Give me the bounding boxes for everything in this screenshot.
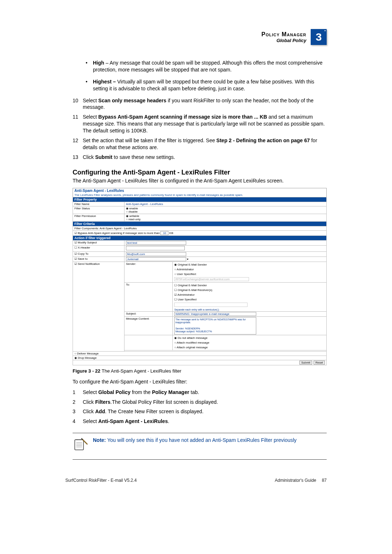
ss-status-disable-radio[interactable]: ○ — [126, 210, 128, 213]
footer-product: SurfControl RiskFilter - E-mail V5.2.4 — [65, 478, 137, 483]
ss-sender-user-input[interactable]: RF5ForExchange@server.surfcontrol.com — [174, 277, 249, 281]
header-title: Policy Manager — [261, 31, 306, 38]
figure-caption: Figure 3 - 22 The Anti-Spam Agent - Lexi… — [73, 368, 327, 374]
config-step-2: 2 Click Filters.The Global Policy Filter… — [73, 399, 327, 406]
steps-continued: 10 Select Scan only message headers if y… — [73, 97, 327, 161]
chapter-number: 3 — [316, 31, 322, 43]
ss-filter-name-input[interactable]: Anti-Spam Agent - LexiRules — [126, 202, 163, 206]
config-step-4: 4 Select Anti-Spam Agent - LexiRules. — [73, 418, 327, 425]
svg-point-2 — [77, 439, 78, 440]
config-intro: To configure the Anti-Spam Agent - LexiR… — [73, 379, 327, 385]
ss-sender-label: Sender: — [124, 262, 172, 282]
note-block: Note: You will only see this if you have… — [73, 433, 327, 460]
ss-perm-writable-radio[interactable]: ◉ — [126, 214, 129, 218]
ss-saveto-select[interactable]: Junkmail — [126, 257, 186, 261]
ss-subject-label: Subject: — [124, 311, 172, 316]
ss-sender-admin-radio[interactable]: ○ — [174, 268, 177, 271]
config-step-3: 3 Click Add. The Create New Filter scree… — [73, 408, 327, 415]
bullet-high: High – Any message that could be spam wi… — [86, 59, 327, 73]
step-number: 13 — [73, 154, 83, 161]
bullet-highest: Highest – Virtually all spam will be sto… — [86, 78, 327, 92]
notepad-icon — [73, 437, 88, 452]
svg-point-3 — [79, 439, 79, 440]
ss-section-property: Filter Property — [73, 197, 327, 202]
bullet-text: – Any message that could be spam will be… — [93, 60, 322, 73]
ss-filter-status-label: Filter Status — [73, 206, 124, 214]
footer-guide: Administrator's Guide — [275, 478, 316, 483]
ss-bypass-checkbox[interactable]: ☑ — [74, 231, 78, 235]
ss-bypass-value-input[interactable]: 10 — [160, 231, 168, 235]
ss-desc: The LexiRules Filter analyses words, phr… — [73, 193, 327, 197]
ss-xheader-checkbox[interactable]: ☐ — [74, 246, 78, 249]
ss-title: Anti-Spam Agent - LexiRules — [73, 188, 327, 193]
ss-separate-note: Separate each entry with a semicolon(;) — [174, 308, 325, 311]
step-11: 11 Select Bypass Anti-Spam Agent scannin… — [73, 114, 327, 134]
ss-filter-name-label: Filter Name — [73, 202, 124, 206]
ss-copyto-checkbox[interactable]: ☑ — [74, 252, 78, 255]
ss-section-criteria: Filter Criteria — [73, 221, 327, 226]
header-subtitle: Global Policy — [261, 38, 306, 43]
ss-xheader-input[interactable] — [126, 246, 185, 250]
ss-filter-perm-label: Filter Permission — [73, 214, 124, 221]
step-12: 12 Set the action that will be taken if … — [73, 137, 327, 151]
chapter-badge: 3 — [311, 29, 327, 45]
step-number: 10 — [73, 97, 83, 104]
ss-copyto-input[interactable]: Mo@soft.com — [126, 252, 186, 256]
ss-send-notif-checkbox[interactable]: ☑ — [74, 262, 78, 266]
ss-modify-subject-input[interactable]: text:test — [126, 241, 186, 245]
note-label: Note: — [93, 437, 106, 443]
page-header: Policy Manager Global Policy 3 — [65, 29, 327, 45]
ss-criteria-components: Filter Components: Anti-Spam Agent - Lex… — [73, 226, 327, 230]
ss-status-enable-radio[interactable]: ◉ — [126, 207, 129, 210]
ss-msgcontent-label: Message Content: — [124, 316, 172, 335]
ss-to-user-input[interactable] — [174, 303, 248, 307]
svg-point-4 — [80, 439, 81, 440]
ss-modify-subject-checkbox[interactable]: ☑ — [74, 241, 78, 244]
step-number: 11 — [73, 114, 83, 120]
ss-to-label: To: — [124, 282, 172, 311]
svg-point-1 — [76, 439, 77, 440]
config-step-1: 1 Select Global Policy from the Policy M… — [73, 389, 327, 396]
step-10: 10 Select Scan only message headers if y… — [73, 97, 327, 111]
step-number: 12 — [73, 137, 83, 144]
bullet-lead: Highest – — [93, 79, 116, 85]
bullet-lead: High — [93, 60, 104, 66]
ss-saveto-checkbox[interactable]: ☑ — [74, 257, 78, 260]
svg-rect-0 — [75, 440, 83, 450]
ss-attach-modified-radio[interactable]: ○ — [174, 341, 177, 344]
bullet-list: High – Any message that could be spam wi… — [86, 59, 327, 92]
footer-page: 87 — [322, 478, 327, 483]
ss-perm-readonly-radio[interactable]: ○ — [126, 218, 128, 221]
ss-to-admin-checkbox[interactable]: ☑ — [174, 293, 177, 296]
config-steps: 1 Select Global Policy from the Policy M… — [73, 389, 327, 425]
page-footer: SurfControl RiskFilter - E-mail V5.2.4 A… — [65, 478, 327, 483]
ss-reset-button[interactable]: Reset — [314, 361, 325, 365]
ss-drop-radio[interactable]: ◉ — [74, 356, 78, 360]
ss-subject-input[interactable]: WARNING: Inappropriate e-mail message — [174, 312, 256, 316]
bullet-text: Virtually all spam will be stopped but t… — [93, 79, 314, 91]
ss-deliver-radio[interactable]: ○ — [74, 352, 77, 355]
step-13: 13 Click Submit to save these new settin… — [73, 154, 327, 161]
figure-screenshot: Anti-Spam Agent - LexiRules The LexiRule… — [73, 188, 327, 365]
section-heading: Configuring the Anti-Spam Agent - LexiRu… — [73, 169, 327, 176]
ss-msgcontent-textarea[interactable]: The message sent to %RCPTS% on %DATESTAM… — [174, 317, 256, 335]
section-intro: The Anti-Spam Agent - LexiRules filter i… — [73, 178, 327, 184]
ss-attach-original-radio[interactable]: ○ — [174, 346, 177, 349]
ss-submit-button[interactable]: Submit — [299, 361, 312, 365]
ss-section-action: Action if filter triggered — [73, 235, 327, 240]
